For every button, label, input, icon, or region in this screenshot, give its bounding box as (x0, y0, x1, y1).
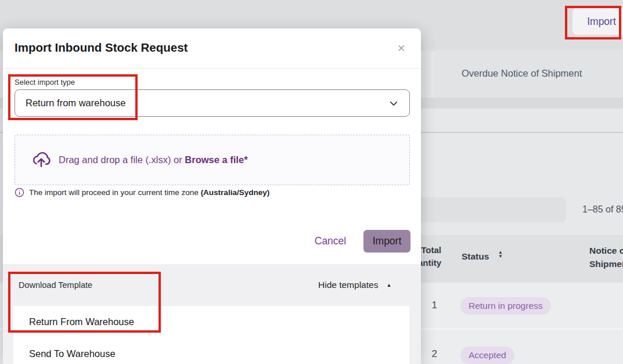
cancel-button[interactable]: Cancel (307, 232, 354, 250)
info-icon (15, 188, 24, 197)
hide-templates-label: Hide templates (318, 280, 378, 290)
template-item-send-to-warehouse[interactable]: Send To Warehouse (29, 348, 116, 359)
import-modal: Import Inbound Stock Request ✕ Select im… (3, 28, 421, 364)
templates-section: Download Template Hide templates ▲ Retur… (3, 264, 421, 364)
cloud-upload-icon (31, 150, 52, 171)
status-badge: Accepted (460, 347, 514, 364)
timezone-value: (Australia/Sydney) (201, 188, 270, 197)
column-notice-line1: Notice of (589, 244, 623, 257)
import-button[interactable]: Import (572, 8, 623, 35)
sort-down-icon: ▼ (498, 254, 503, 258)
status-badge: Return in progress (460, 297, 551, 315)
modal-import-button[interactable]: Import (363, 230, 410, 253)
templates-list: Return From Warehouse Send To Warehouse (13, 306, 409, 364)
column-notice-of-shipment: Notice of Shipment (589, 244, 623, 271)
browse-file-link[interactable]: Browse a file* (185, 154, 247, 165)
timezone-info-row: The import will proceed in your current … (15, 188, 269, 197)
download-template-label: Download Template (19, 280, 92, 290)
close-icon[interactable]: ✕ (394, 42, 408, 56)
select-import-type-label: Select import type (15, 78, 75, 87)
modal-title: Import Inbound Stock Request (15, 41, 188, 55)
collapse-up-icon: ▲ (386, 282, 391, 288)
timezone-info-text: The import will proceed in your current … (29, 188, 201, 197)
column-status[interactable]: Status (462, 251, 489, 262)
dropzone-text: Drag and drop a file (.xlsx) or (59, 154, 185, 165)
file-dropzone[interactable]: Drag and drop a file (.xlsx) or Browse a… (15, 135, 410, 185)
import-type-select[interactable]: Return from warehouse (15, 89, 410, 117)
sort-icon[interactable]: ▲ ▼ (498, 250, 503, 258)
modal-divider (3, 68, 421, 69)
screen: Import Overdue Notice of Shipment 1–85 o… (0, 0, 623, 364)
chevron-down-icon (388, 98, 399, 109)
partial-card (422, 49, 431, 98)
hide-templates-toggle[interactable]: Hide templates ▲ (318, 280, 391, 290)
import-type-selected-value: Return from warehouse (26, 98, 388, 109)
column-notice-line2: Shipment (589, 257, 623, 271)
overdue-card-label: Overdue Notice of Shipment (462, 68, 582, 79)
results-count: 1–85 of 85 (582, 204, 623, 215)
template-item-return-from-warehouse[interactable]: Return From Warehouse (29, 316, 134, 327)
overdue-notice-card[interactable]: Overdue Notice of Shipment (435, 49, 623, 98)
